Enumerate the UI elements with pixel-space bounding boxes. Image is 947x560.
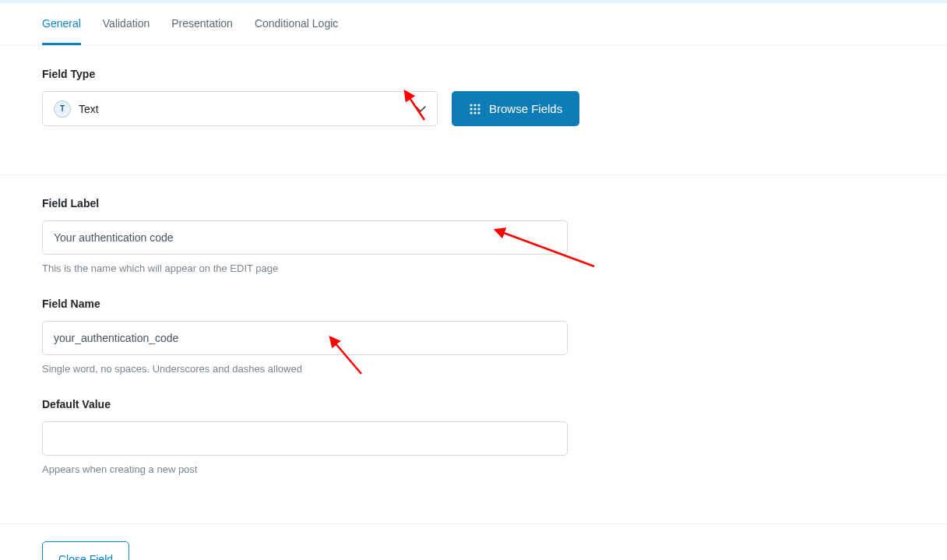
close-field-button[interactable]: Close Field xyxy=(42,541,129,560)
footer: Close Field xyxy=(0,523,947,560)
form-group-field-label: Field Label This is the name which will … xyxy=(42,197,905,274)
tab-validation[interactable]: Validation xyxy=(103,3,150,45)
tabs-nav: General Validation Presentation Conditio… xyxy=(0,3,947,46)
default-value-input[interactable] xyxy=(42,421,568,456)
tab-general[interactable]: General xyxy=(42,3,81,45)
default-value-label: Default Value xyxy=(42,398,905,410)
field-name-label: Field Name xyxy=(42,298,905,310)
svg-point-4 xyxy=(474,107,476,110)
text-type-icon: T xyxy=(54,100,71,118)
svg-point-8 xyxy=(477,111,480,114)
chevron-down-icon xyxy=(415,104,426,114)
field-type-select[interactable]: T Text xyxy=(42,91,438,126)
svg-point-6 xyxy=(470,111,472,114)
browse-fields-button[interactable]: Browse Fields xyxy=(452,91,579,126)
grid-icon xyxy=(469,103,481,115)
section-field-settings: Field Label This is the name which will … xyxy=(0,175,947,523)
form-group-default-value: Default Value Appears when creating a ne… xyxy=(42,398,905,475)
form-group-field-name: Field Name Single word, no spaces. Under… xyxy=(42,298,905,375)
svg-point-7 xyxy=(474,111,476,114)
field-label-input[interactable] xyxy=(42,220,568,255)
svg-point-5 xyxy=(477,107,480,110)
field-label-help: This is the name which will appear on th… xyxy=(42,262,905,274)
field-name-input[interactable] xyxy=(42,321,568,355)
field-type-row: T Text Browse Fields xyxy=(42,91,905,126)
svg-point-2 xyxy=(477,104,480,106)
field-type-value: Text xyxy=(79,103,415,115)
svg-point-0 xyxy=(470,104,472,106)
svg-point-3 xyxy=(470,107,472,110)
field-label-label: Field Label xyxy=(42,197,905,210)
tab-conditional-logic[interactable]: Conditional Logic xyxy=(255,3,338,45)
form-group-field-type: Field Type T Text Browse Fields xyxy=(42,68,905,126)
tab-presentation[interactable]: Presentation xyxy=(171,3,233,45)
browse-fields-label: Browse Fields xyxy=(489,102,562,115)
default-value-help: Appears when creating a new post xyxy=(42,463,905,475)
field-type-label: Field Type xyxy=(42,68,905,80)
svg-point-1 xyxy=(474,104,476,106)
section-field-type: Field Type T Text Browse Fields xyxy=(0,46,947,175)
field-name-help: Single word, no spaces. Underscores and … xyxy=(42,363,905,375)
